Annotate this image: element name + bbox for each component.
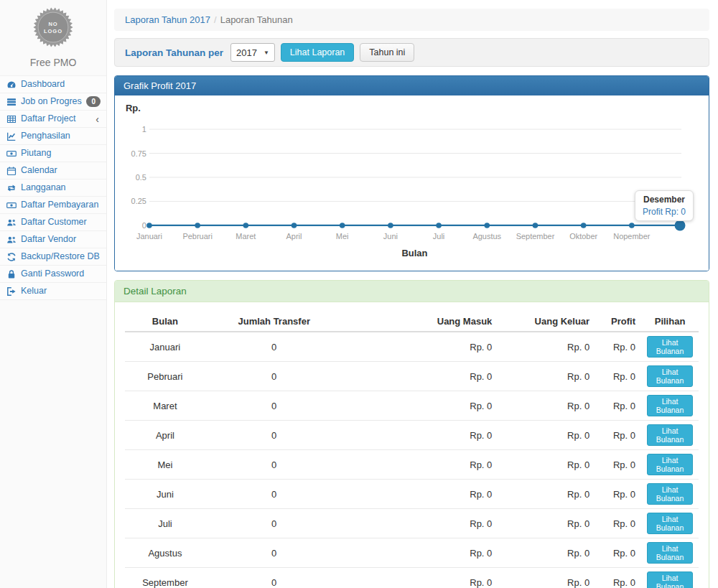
sidebar-item-label: Keluar <box>21 286 101 297</box>
view-monthly-button[interactable]: Lihat Bulanan <box>647 454 693 475</box>
app-layout: NOLOGO Free PMO DashboardJob on Progress… <box>0 0 718 588</box>
profit-chart-panel: Grafik Profit 2017 Rp.10.750.50.250Janua… <box>114 75 709 271</box>
retweet-icon <box>6 183 17 193</box>
cell-uang-masuk: Rp. 0 <box>343 332 498 362</box>
sidebar-item-label: Dashboard <box>21 79 101 90</box>
no-logo-seal-icon: NOLOGO <box>30 4 76 50</box>
svg-text:Oktober: Oktober <box>569 232 597 241</box>
cell-jumlah-transfer: 0 <box>205 538 343 568</box>
sidebar-item-label: Daftar Pembayaran <box>21 200 101 210</box>
breadcrumb: Laporan Tahun 2017/Laporan Tahunan <box>114 9 709 31</box>
sidebar-item-label: Daftar Project <box>21 113 91 124</box>
cell-uang-keluar: Rp. 0 <box>498 421 595 450</box>
cell-uang-keluar: Rp. 0 <box>498 509 595 538</box>
view-monthly-button[interactable]: Lihat Bulanan <box>647 542 693 564</box>
this-year-button[interactable]: Tahun ini <box>360 43 414 62</box>
view-monthly-button[interactable]: Lihat Bulanan <box>647 483 693 505</box>
sidebar-item-label: Job on Progress <box>21 96 82 107</box>
cell-pilihan: Lihat Bulanan <box>641 538 699 568</box>
view-monthly-button[interactable]: Lihat Bulanan <box>647 513 693 534</box>
cell-bulan: Maret <box>125 391 205 421</box>
cell-pilihan: Lihat Bulanan <box>641 568 699 588</box>
cell-bulan: September <box>125 568 205 588</box>
sidebar-item-calendar[interactable]: Calendar <box>0 162 106 179</box>
cell-jumlah-transfer: 0 <box>205 332 343 362</box>
svg-text:Rp.: Rp. <box>126 103 141 113</box>
table-row: Januari0Rp. 0Rp. 0Rp. 0Lihat Bulanan <box>125 332 699 362</box>
view-report-button[interactable]: Lihat Laporan <box>281 43 354 62</box>
tasks-icon <box>6 97 17 107</box>
year-select[interactable]: 2017 ▼ <box>230 43 275 62</box>
cell-uang-masuk: Rp. 0 <box>343 480 498 509</box>
table-row: Pebruari0Rp. 0Rp. 0Rp. 0Lihat Bulanan <box>125 362 699 391</box>
svg-text:Maret: Maret <box>236 232 256 241</box>
profit-line-chart: Rp.10.750.50.250JanuariPebruariMaretApri… <box>122 100 701 266</box>
breadcrumb-parent-link[interactable]: Laporan Tahun 2017 <box>125 14 210 25</box>
refresh-icon <box>6 252 17 262</box>
view-monthly-button[interactable]: Lihat Bulanan <box>647 424 693 446</box>
breadcrumb-separator: / <box>214 14 217 25</box>
sidebar-item-label: Penghasilan <box>21 131 101 141</box>
column-header-uang-masuk: Uang Masuk <box>343 312 498 332</box>
sidebar-item-daftar-vendor[interactable]: Daftar Vendor <box>0 231 106 248</box>
svg-text:Bulan: Bulan <box>401 248 427 258</box>
table-icon <box>6 114 17 124</box>
sidebar-item-daftar-pembayaran[interactable]: Daftar Pembayaran <box>0 197 106 214</box>
svg-text:Mei: Mei <box>336 232 349 241</box>
money-icon <box>6 149 17 159</box>
chevron-down-icon: ▼ <box>264 50 269 56</box>
cell-jumlah-transfer: 0 <box>205 391 343 421</box>
svg-text:NO: NO <box>48 21 57 27</box>
breadcrumb-current: Laporan Tahunan <box>220 14 293 25</box>
cell-bulan: Mei <box>125 450 205 480</box>
sidebar-item-keluar[interactable]: Keluar <box>0 283 106 300</box>
cell-bulan: Agustus <box>125 538 205 568</box>
sidebar-item-daftar-customer[interactable]: Daftar Customer <box>0 214 106 231</box>
sidebar-item-label: Daftar Customer <box>21 217 101 228</box>
view-monthly-button[interactable]: Lihat Bulanan <box>647 365 693 387</box>
svg-text:0: 0 <box>142 221 146 230</box>
sidebar-item-label: Backup/Restore DB <box>21 251 101 262</box>
lock-icon <box>6 269 17 279</box>
view-monthly-button[interactable]: Lihat Bulanan <box>647 571 693 588</box>
money-icon <box>6 200 17 210</box>
column-header-bulan: Bulan <box>125 312 205 332</box>
cell-jumlah-transfer: 0 <box>205 509 343 538</box>
cell-bulan: Januari <box>125 332 205 362</box>
cell-uang-keluar: Rp. 0 <box>498 450 595 480</box>
cell-bulan: Juni <box>125 480 205 509</box>
table-row: Agustus0Rp. 0Rp. 0Rp. 0Lihat Bulanan <box>125 538 699 568</box>
report-detail-panel: Detail Laporan Bulan Jumlah Transfer Uan… <box>114 280 709 588</box>
report-table: Bulan Jumlah Transfer Uang Masuk Uang Ke… <box>125 312 699 588</box>
sidebar-item-ganti-password[interactable]: Ganti Password <box>0 266 106 283</box>
sidebar-item-backup-restore-db[interactable]: Backup/Restore DB <box>0 248 106 266</box>
sidebar-item-piutang[interactable]: Piutang <box>0 145 106 162</box>
sidebar-item-dashboard[interactable]: Dashboard <box>0 76 106 93</box>
cell-profit: Rp. 0 <box>595 421 641 450</box>
cell-profit: Rp. 0 <box>595 450 641 480</box>
cell-uang-masuk: Rp. 0 <box>343 391 498 421</box>
cell-uang-keluar: Rp. 0 <box>498 480 595 509</box>
view-monthly-button[interactable]: Lihat Bulanan <box>647 336 693 358</box>
profit-chart-body: Rp.10.750.50.250JanuariPebruariMaretApri… <box>115 95 709 271</box>
svg-text:1: 1 <box>142 125 146 134</box>
sidebar-item-job-on-progress[interactable]: Job on Progress0 <box>0 93 106 111</box>
chevron-left-icon: ‹ <box>95 115 101 123</box>
sidebar-item-penghasilan[interactable]: Penghasilan <box>0 128 106 145</box>
sidebar-item-langganan[interactable]: Langganan <box>0 179 106 197</box>
dashboard-icon <box>6 80 17 90</box>
report-detail-panel-title: Detail Laporan <box>115 281 709 302</box>
count-badge: 0 <box>86 96 101 107</box>
cell-jumlah-transfer: 0 <box>205 568 343 588</box>
cell-profit: Rp. 0 <box>595 480 641 509</box>
cell-profit: Rp. 0 <box>595 332 641 362</box>
cell-uang-masuk: Rp. 0 <box>343 568 498 588</box>
cell-uang-keluar: Rp. 0 <box>498 568 595 588</box>
cell-bulan: Juli <box>125 509 205 538</box>
cell-bulan: Pebruari <box>125 362 205 391</box>
year-select-value: 2017 <box>236 47 257 58</box>
cell-profit: Rp. 0 <box>595 391 641 421</box>
sidebar-item-daftar-project[interactable]: Daftar Project‹ <box>0 111 106 128</box>
table-row: Mei0Rp. 0Rp. 0Rp. 0Lihat Bulanan <box>125 450 699 480</box>
view-monthly-button[interactable]: Lihat Bulanan <box>647 395 693 416</box>
